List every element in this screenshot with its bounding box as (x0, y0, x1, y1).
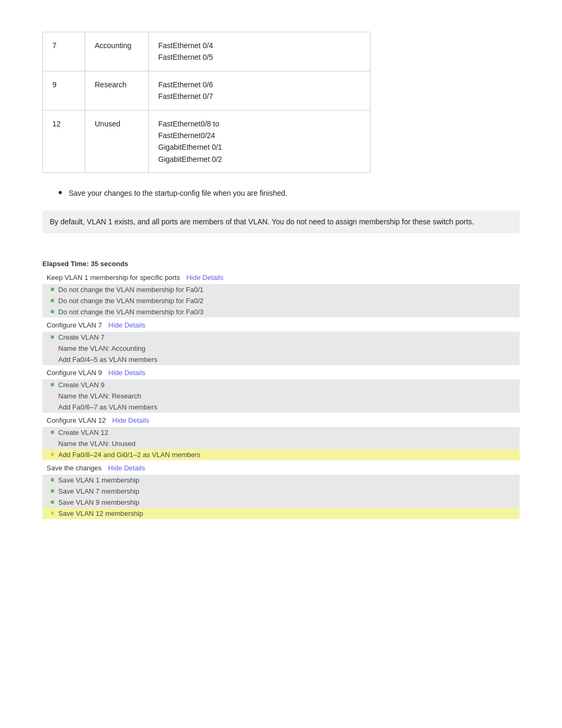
indicator-vlan12-1 (51, 442, 54, 445)
task-header-vlan9: Configure VLAN 9Hide Details (42, 366, 520, 379)
indicator-vlan7-1 (51, 347, 54, 350)
indicator-vlan1-2 (51, 310, 54, 313)
indicator-vlan9-1 (51, 394, 54, 397)
indicator-vlan1-0 (51, 288, 54, 291)
task-section-vlan7: Configure VLAN 7Hide DetailsCreate VLAN … (42, 319, 520, 365)
detail-text-vlan9-0: Create VLAN 9 (58, 381, 104, 389)
task-header-vlan7: Configure VLAN 7Hide Details (42, 319, 520, 332)
table-cell-id: 7 (43, 32, 85, 71)
hide-details-link-vlan7[interactable]: Hide Details (108, 321, 146, 329)
indicator-vlan7-0 (51, 335, 54, 339)
detail-text-save-2: Save VLAN 9 membership (58, 498, 139, 506)
info-paragraph: By default, VLAN 1 exists, and all ports… (42, 211, 520, 233)
detail-row-vlan9-2: Add Fa0/6–7 as VLAN members (42, 402, 520, 413)
hide-details-link-save[interactable]: Hide Details (108, 464, 145, 472)
task-header-text-vlan1: Keep VLAN 1 membership for specific port… (47, 274, 180, 281)
detail-row-vlan12-1: Name the VLAN: Unused (42, 438, 520, 449)
detail-row-vlan1-1: Do not change the VLAN membership for Fa… (42, 295, 520, 306)
detail-text-vlan1-1: Do not change the VLAN membership for Fa… (58, 297, 204, 305)
bullet-dot: • (58, 187, 62, 198)
table-cell-name: Research (85, 71, 149, 110)
detail-row-save-3: Save VLAN 12 membership (42, 508, 520, 519)
table-cell-id: 9 (43, 71, 85, 110)
task-header-text-vlan12: Configure VLAN 12 (47, 416, 106, 424)
detail-text-vlan9-1: Name the VLAN: Research (58, 392, 141, 400)
detail-text-save-3: Save VLAN 12 membership (58, 509, 143, 517)
detail-row-vlan7-0: Create VLAN 7 (42, 332, 520, 343)
detail-row-vlan7-1: Name the VLAN: Accounting (42, 343, 520, 354)
detail-row-vlan9-0: Create VLAN 9 (42, 379, 520, 390)
indicator-vlan1-1 (51, 299, 54, 302)
detail-text-save-1: Save VLAN 7 membership (58, 487, 139, 495)
detail-text-save-0: Save VLAN 1 membership (58, 476, 139, 484)
detail-text-vlan12-1: Name the VLAN: Unused (58, 440, 135, 448)
detail-row-vlan1-2: Do not change the VLAN membership for Fa… (42, 306, 520, 317)
task-header-vlan12: Configure VLAN 12Hide Details (42, 414, 520, 427)
detail-text-vlan9-2: Add Fa0/6–7 as VLAN members (58, 403, 157, 411)
detail-row-save-1: Save VLAN 7 membership (42, 486, 520, 497)
indicator-vlan12-0 (51, 431, 54, 434)
task-section-vlan12: Configure VLAN 12Hide DetailsCreate VLAN… (42, 414, 520, 460)
detail-text-vlan7-2: Add Fa0/4–5 as VLAN members (58, 356, 157, 363)
indicator-save-0 (51, 478, 54, 481)
table-cell-name: Unused (85, 110, 149, 173)
indicator-vlan12-2 (51, 453, 54, 456)
detail-row-vlan12-2: Add Fa0/8–24 and Gi0/1–2 as VLAN members (42, 449, 520, 460)
detail-text-vlan7-0: Create VLAN 7 (58, 333, 104, 341)
detail-row-vlan12-0: Create VLAN 12 (42, 427, 520, 438)
detail-text-vlan1-0: Do not change the VLAN membership for Fa… (58, 286, 204, 294)
table-cell-ports: FastEthernet 0/4FastEthernet 0/5 (149, 32, 370, 71)
task-section-vlan9: Configure VLAN 9Hide DetailsCreate VLAN … (42, 366, 520, 413)
task-section-save: Save the changesHide DetailsSave VLAN 1 … (42, 461, 520, 519)
detail-row-save-2: Save VLAN 9 membership (42, 497, 520, 508)
bullet-text: Save your changes to the startup-config … (69, 188, 287, 199)
task-header-text-save: Save the changes (47, 464, 102, 472)
task-header-save: Save the changesHide Details (42, 461, 520, 475)
indicator-vlan9-2 (51, 405, 54, 408)
table-cell-name: Accounting (85, 32, 149, 71)
detail-row-vlan1-0: Do not change the VLAN membership for Fa… (42, 284, 520, 295)
task-header-vlan1: Keep VLAN 1 membership for specific port… (42, 271, 520, 284)
hide-details-link-vlan12[interactable]: Hide Details (112, 416, 149, 424)
detail-text-vlan1-2: Do not change the VLAN membership for Fa… (58, 308, 204, 316)
elapsed-time: Elapsed Time: 35 seconds (42, 260, 520, 268)
vlan-table: 7 Accounting FastEthernet 0/4FastEtherne… (42, 32, 370, 173)
indicator-vlan7-2 (51, 358, 54, 361)
hide-details-link-vlan9[interactable]: Hide Details (108, 369, 146, 377)
tasks-container: Keep VLAN 1 membership for specific port… (42, 271, 520, 519)
detail-text-vlan7-1: Name the VLAN: Accounting (58, 344, 146, 352)
hide-details-link-vlan1[interactable]: Hide Details (186, 274, 223, 281)
indicator-save-1 (51, 489, 54, 493)
detail-row-save-0: Save VLAN 1 membership (42, 475, 520, 486)
table-cell-ports: FastEthernet 0/6FastEthernet 0/7 (149, 71, 370, 110)
indicator-save-2 (51, 501, 54, 504)
detail-text-vlan12-0: Create VLAN 12 (58, 429, 108, 436)
table-cell-ports: FastEthernet0/8 toFastEthernet0/24Gigabi… (149, 110, 370, 173)
task-header-text-vlan9: Configure VLAN 9 (47, 369, 102, 377)
bullet-section: • Save your changes to the startup-confi… (42, 188, 520, 199)
indicator-vlan9-0 (51, 383, 54, 386)
detail-row-vlan9-1: Name the VLAN: Research (42, 390, 520, 402)
detail-row-vlan7-2: Add Fa0/4–5 as VLAN members (42, 354, 520, 365)
indicator-save-3 (51, 512, 54, 515)
table-cell-id: 12 (43, 110, 85, 173)
task-header-text-vlan7: Configure VLAN 7 (47, 321, 102, 329)
task-section-vlan1: Keep VLAN 1 membership for specific port… (42, 271, 520, 317)
detail-text-vlan12-2: Add Fa0/8–24 and Gi0/1–2 as VLAN members (58, 451, 201, 459)
